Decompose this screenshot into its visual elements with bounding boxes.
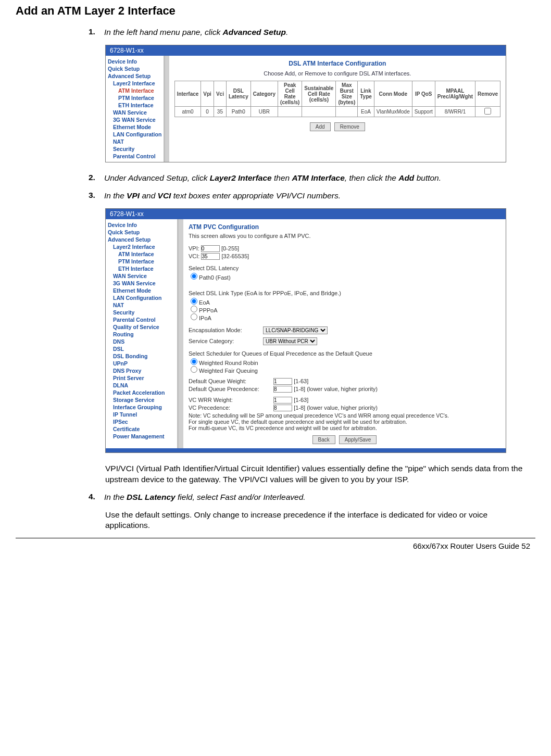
vcw-input[interactable] [273,397,292,404]
latency-radio-path0[interactable] [191,273,197,280]
encap-label: Encapsulation Mode: [189,327,261,333]
vcp-input[interactable] [273,405,292,411]
scrollbar[interactable] [179,219,183,448]
menu-nat[interactable]: NAT [108,138,164,145]
td-link: EoA [358,107,374,117]
menu-3g-wan-service[interactable]: 3G WAN Service [108,280,177,287]
menu-security[interactable]: Security [108,309,177,316]
menu-atm-interface[interactable]: ATM Interface [108,87,164,94]
menu-dns-proxy[interactable]: DNS Proxy [108,367,177,374]
menu-dsl[interactable]: DSL [108,345,177,352]
menu-device-info[interactable]: Device Info [108,58,164,65]
td-burst [336,107,358,117]
linktype-label: Select DSL Link Type (EoA is for PPPoE, … [189,290,500,296]
sched-wrr: Weighted Round Robin [199,360,258,366]
menu-lan-configuration[interactable]: LAN Configuration [108,131,164,138]
table-row: atm0 0 35 Path0 UBR EoA VlanMuxMode Supp… [174,107,500,117]
menu-ip-tunnel[interactable]: IP Tunnel [108,411,177,418]
service-select[interactable]: UBR Without PCR [263,337,317,345]
menu-ptm-interface[interactable]: PTM Interface [108,94,164,102]
atm-table: Interface Vpi Vci DSL Latency Category P… [174,81,500,117]
menu-interface-grouping[interactable]: Interface Grouping [108,404,177,411]
apply-save-button[interactable]: Apply/Save [339,435,377,444]
menu-eth-interface[interactable]: ETH Interface [108,102,164,109]
menu-wan-service[interactable]: WAN Service [108,109,164,116]
td-vpi: 0 [201,107,214,117]
menu-ethernet-mode[interactable]: Ethernet Mode [108,123,164,131]
paragraph-default-settings: Use the default settings. Only change to… [105,510,527,531]
step-2-text: Under Advanced Setup, click Layer2 Inter… [104,173,535,183]
menu-print-server[interactable]: Print Server [108,374,177,382]
sched-radio-wrr[interactable] [191,358,197,365]
step-3-number: 3. [89,191,104,201]
menu-upnp[interactable]: UPnP [108,360,177,367]
add-button[interactable]: Add [310,122,331,131]
linktype-radio-pppoa[interactable] [191,306,197,312]
dqw-input[interactable] [273,378,292,385]
menu-ethernet-mode[interactable]: Ethernet Mode [108,287,177,294]
menu-atm-interface[interactable]: ATM Interface [108,250,177,258]
vci-input[interactable] [201,253,220,260]
step-3-a: In the [104,191,127,200]
vcp-label: VC Precedence: [189,405,272,411]
page-heading: Add an ATM Layer 2 Interface [16,4,535,18]
menu-parental-control[interactable]: Parental Control [108,153,164,160]
vpi-input[interactable] [201,245,220,252]
encap-select[interactable]: LLC/SNAP-BRIDGING [263,326,328,334]
menu-nat[interactable]: NAT [108,301,177,309]
menu-3g-wan-service[interactable]: 3G WAN Service [108,116,164,123]
vcp-range: [1-8] (lower value, higher priority) [294,405,378,411]
linktype-ipoa: IPoA [199,315,211,321]
th-burst: Max Burst Size (bytes) [336,81,358,107]
step-1-text: In the left hand menu pane, click Advanc… [104,27,535,37]
menu-packet-accel[interactable]: Packet Acceleration [108,389,177,396]
menu-eth-interface[interactable]: ETH Interface [108,265,177,272]
step-4-a: In the [104,493,127,501]
menu-security[interactable]: Security [108,145,164,153]
remove-button[interactable]: Remove [334,122,365,131]
step-1-number: 1. [89,27,104,37]
menu-ptm-interface[interactable]: PTM Interface [108,258,177,265]
sched-radio-wfq[interactable] [191,366,197,373]
menu-dns[interactable]: DNS [108,338,177,345]
menu-ipsec[interactable]: IPSec [108,418,177,425]
th-remove: Remove [475,81,500,107]
dqp-input[interactable] [273,386,292,393]
menu-power-mgmt[interactable]: Power Management [108,433,177,440]
dqw-range: [1-63] [294,378,308,384]
linktype-radio-eoa[interactable] [191,298,197,305]
screenshot-1: 6728-W1-xx Device Info Quick Setup Advan… [105,45,506,162]
window-title-bar: 6728-W1-xx [106,209,506,219]
menu-routing[interactable]: Routing [108,331,177,338]
menu-wan-service[interactable]: WAN Service [108,272,177,280]
scrollbar[interactable] [165,56,169,162]
menu-quick-setup[interactable]: Quick Setup [108,229,177,236]
menu-qos[interactable]: Quality of Service [108,323,177,331]
dqp-range: [1-8] (lower value, higher priority) [294,386,378,392]
menu-device-info[interactable]: Device Info [108,221,177,229]
content-pane: DSL ATM Interface Configuration Choose A… [169,56,506,162]
step-4-number: 4. [89,492,104,502]
menu-parental-control[interactable]: Parental Control [108,316,177,323]
step-3: 3. In the VPI and VCI text boxes enter a… [89,191,535,201]
window-title-bar: 6728-W1-xx [106,45,506,56]
td-mpaal: 8/WRR/1 [435,107,475,117]
menu-dsl-bonding[interactable]: DSL Bonding [108,352,177,360]
step-1: 1. In the left hand menu pane, click Adv… [89,27,535,37]
menu-lan-configuration[interactable]: LAN Configuration [108,294,177,301]
menu-layer2-interface[interactable]: Layer2 Interface [108,80,164,87]
menu-layer2-interface[interactable]: Layer2 Interface [108,243,177,250]
menu-advanced-setup[interactable]: Advanced Setup [108,236,177,243]
menu-dlna[interactable]: DLNA [108,382,177,389]
menu-quick-setup[interactable]: Quick Setup [108,65,164,72]
menu-pane: Device Info Quick Setup Advanced Setup L… [106,219,179,448]
config-subtitle: Choose Add, or Remove to configure DSL A… [174,70,500,77]
remove-checkbox[interactable] [484,108,491,115]
menu-storage[interactable]: Storage Service [108,396,177,404]
dsl-latency-label: Select DSL Latency [189,265,500,271]
menu-advanced-setup[interactable]: Advanced Setup [108,72,164,80]
menu-certificate[interactable]: Certificate [108,425,177,433]
linktype-radio-ipoa[interactable] [191,313,197,320]
back-button[interactable]: Back [312,435,335,444]
td-vci: 35 [214,107,226,117]
